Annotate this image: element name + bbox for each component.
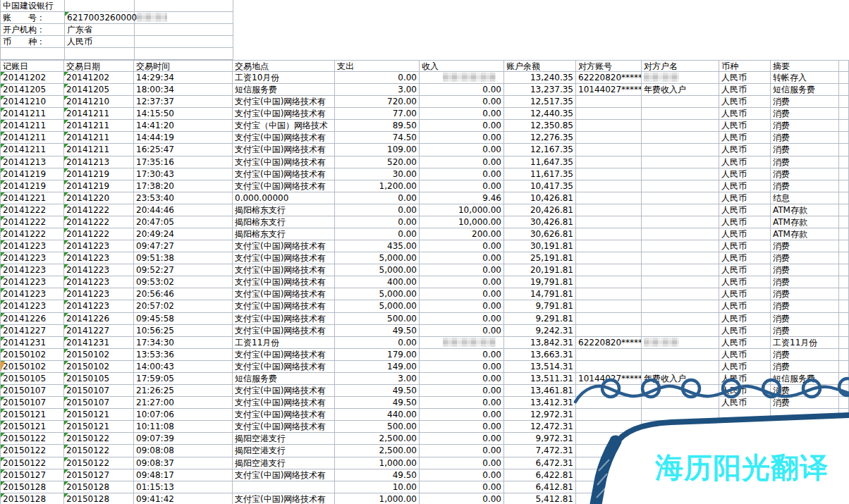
- cell-post-date[interactable]: 20141226: [0, 313, 64, 325]
- cell-pad[interactable]: [839, 240, 849, 252]
- header-txn-date[interactable]: 交易日期: [64, 60, 134, 72]
- cell-party-account[interactable]: [576, 421, 642, 433]
- cell-txn-date[interactable]: 20150107: [64, 385, 134, 397]
- cell-party-name[interactable]: [642, 493, 719, 504]
- cell-post-date[interactable]: 20150102: [0, 361, 64, 373]
- cell-party-name[interactable]: [642, 325, 719, 337]
- cell-summary[interactable]: 消费: [771, 385, 839, 397]
- cell-out[interactable]: 49.50: [335, 469, 420, 481]
- cell-balance[interactable]: 13,461.81: [504, 385, 576, 397]
- cell-income[interactable]: 0.00: [420, 325, 504, 337]
- cell-place[interactable]: 支付宝(中国)网络技术有: [233, 361, 335, 373]
- cell-pad[interactable]: [839, 120, 849, 132]
- cell-balance[interactable]: 12,350.85: [504, 120, 576, 132]
- empty-cell[interactable]: [65, 48, 135, 60]
- cell-time[interactable]: 10:07:06: [134, 409, 233, 421]
- cell-party-account[interactable]: [576, 144, 642, 156]
- cell-income[interactable]: 0.00: [420, 288, 504, 300]
- cell-currency[interactable]: 人民币: [719, 216, 771, 228]
- cell-summary[interactable]: 消费: [771, 144, 839, 156]
- cell-party-name[interactable]: [642, 228, 719, 240]
- cell-time[interactable]: 14:44:19: [134, 132, 233, 144]
- cell-party-name[interactable]: [642, 481, 719, 493]
- cell-currency[interactable]: 人民币: [719, 180, 771, 192]
- cell-party-account[interactable]: [576, 228, 642, 240]
- cell-time[interactable]: 09:48:17: [134, 469, 233, 481]
- cell-income[interactable]: 0.00: [420, 349, 504, 361]
- cell-txn-date[interactable]: 20141211: [64, 144, 134, 156]
- cell-pad[interactable]: [839, 349, 849, 361]
- cell-summary[interactable]: 消费: [771, 397, 839, 409]
- cell-time[interactable]: 12:37:37: [134, 96, 233, 108]
- cell-place[interactable]: 支付宝(中国)网络技术有: [233, 469, 335, 481]
- cell-post-date[interactable]: 20141223: [0, 276, 64, 288]
- cell-place[interactable]: 支付宝(中国)网络技术有: [233, 180, 335, 192]
- cell-place[interactable]: 支付宝（中国）网络技术: [233, 120, 335, 132]
- cell-place[interactable]: 支付宝(中国)网络技术有: [233, 276, 335, 288]
- cell-currency[interactable]: 人民币: [719, 228, 771, 240]
- cell-post-date[interactable]: 20141213: [0, 156, 64, 168]
- cell-time[interactable]: 20:47:05: [134, 216, 233, 228]
- header-summary[interactable]: 摘要: [771, 60, 839, 72]
- cell-time[interactable]: 17:30:43: [134, 168, 233, 180]
- cell-income[interactable]: 0.00: [420, 469, 504, 481]
- cell-txn-date[interactable]: 20141231: [64, 337, 134, 349]
- cell-post-date[interactable]: 20141219: [0, 180, 64, 192]
- cell-summary[interactable]: 消费: [771, 264, 839, 276]
- cell-party-account[interactable]: [576, 132, 642, 144]
- cell-txn-date[interactable]: 20150102: [64, 349, 134, 361]
- cell-place[interactable]: 支付宝(中国)网络技术有: [233, 300, 335, 312]
- cell-income[interactable]: 0.00: [420, 240, 504, 252]
- cell-txn-date[interactable]: 20141211: [64, 120, 134, 132]
- cell-party-name[interactable]: [642, 108, 719, 120]
- cell-balance[interactable]: 6,412.81: [504, 481, 576, 493]
- cell-party-account[interactable]: [576, 156, 642, 168]
- cell-time[interactable]: 13:53:36: [134, 349, 233, 361]
- cell-party-account[interactable]: 10144027*****62: [576, 84, 642, 96]
- cell-currency[interactable]: 人民币: [719, 144, 771, 156]
- cell-balance[interactable]: 12,440.35: [504, 108, 576, 120]
- cell-summary[interactable]: 转帐存入: [771, 72, 839, 84]
- cell-party-account[interactable]: [576, 180, 642, 192]
- cell-currency[interactable]: 人民币: [719, 204, 771, 216]
- cell-txn-date[interactable]: 20150127: [64, 469, 134, 481]
- cell-currency[interactable]: 人民币: [719, 325, 771, 337]
- cell-pad[interactable]: [839, 264, 849, 276]
- header-out[interactable]: 支出: [335, 60, 420, 72]
- cell-place[interactable]: 支付宝(中国)网络技术有: [233, 349, 335, 361]
- cell-time[interactable]: 17:34:30: [134, 337, 233, 349]
- cell-pad[interactable]: [839, 96, 849, 108]
- cell-income[interactable]: 0.00: [420, 84, 504, 96]
- cell-party-account[interactable]: [576, 325, 642, 337]
- cell-pad[interactable]: [839, 144, 849, 156]
- cell-time[interactable]: 09:41:42: [134, 493, 233, 504]
- cell-income[interactable]: 0.00: [420, 313, 504, 325]
- cell-time[interactable]: 10:11:08: [134, 421, 233, 433]
- cell-post-date[interactable]: 20141219: [0, 168, 64, 180]
- cell-out[interactable]: 400.00: [335, 276, 420, 288]
- cell-party-account[interactable]: [576, 108, 642, 120]
- cell-party-name[interactable]: [642, 96, 719, 108]
- cell-post-date[interactable]: 20150105: [0, 373, 64, 385]
- cell-place[interactable]: 支付宝(中国)网络技术有: [233, 421, 335, 433]
- cell-post-date[interactable]: 20141223: [0, 264, 64, 276]
- cell-time[interactable]: 09:53:02: [134, 276, 233, 288]
- cell-pad[interactable]: [839, 192, 849, 204]
- cell-party-account[interactable]: [576, 349, 642, 361]
- cell-time[interactable]: 20:44:46: [134, 204, 233, 216]
- cell-post-date[interactable]: 20141222: [0, 216, 64, 228]
- cell-currency[interactable]: 人民币: [719, 397, 771, 409]
- cell-summary[interactable]: [771, 445, 839, 457]
- cell-income[interactable]: 0.00: [420, 409, 504, 421]
- cell-party-account[interactable]: [576, 288, 642, 300]
- cell-income[interactable]: 0.00: [420, 457, 504, 469]
- cell-pad[interactable]: [839, 325, 849, 337]
- cell-pad[interactable]: [839, 156, 849, 168]
- cell-party-account[interactable]: [576, 264, 642, 276]
- cell-txn-date[interactable]: 20150102: [64, 361, 134, 373]
- cell-party-name[interactable]: [642, 192, 719, 204]
- cell-summary[interactable]: [771, 457, 839, 469]
- cell-balance[interactable]: 12,517.35: [504, 96, 576, 108]
- cell-time[interactable]: 09:08:37: [134, 457, 233, 469]
- cell-txn-date[interactable]: 20150121: [64, 409, 134, 421]
